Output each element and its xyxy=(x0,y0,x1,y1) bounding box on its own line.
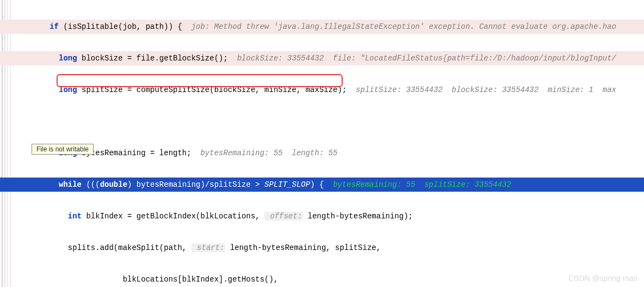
inline-debug-comment: splitSize: 33554432 blockSize: 33554432 … xyxy=(356,86,616,94)
inline-debug-comment: bytesRemaining: 55 splitSize: 33554432 xyxy=(333,180,511,189)
param-hint: offset: xyxy=(264,212,303,221)
keyword-while: while xyxy=(59,180,82,189)
code-line: if (isSplitable(job, path)) { job: Metho… xyxy=(0,20,644,34)
code-editor[interactable]: if (isSplitable(job, path)) { job: Metho… xyxy=(0,0,644,287)
file-not-writable-tooltip: File is not writable xyxy=(32,144,94,155)
keyword-double: double xyxy=(100,180,127,189)
keyword-if: if xyxy=(49,22,59,31)
code-line: int blkIndex = getBlockIndex(blkLocation… xyxy=(0,209,644,223)
code-line: long splitSize = computeSplitSize(blockS… xyxy=(0,83,644,97)
param-hint: start: xyxy=(191,243,226,252)
code-line: blkLocations[blkIndex].getHosts(), xyxy=(0,272,644,286)
code-line-current-execution: while (((double) bytesRemaining)/splitSi… xyxy=(0,178,644,192)
code-line-blank xyxy=(0,114,644,129)
inline-debug-comment: bytesRemaining: 55 length: 55 xyxy=(200,149,337,157)
inline-debug-comment: blockSize: 33554432 file: "LocatedFileSt… xyxy=(237,54,616,63)
csdn-watermark: CSDN @spring man xyxy=(568,274,637,283)
tooltip-text: File is not writable xyxy=(36,145,89,153)
keyword-long: long xyxy=(59,54,77,63)
code-line: long bytesRemaining = length; bytesRemai… xyxy=(0,146,644,160)
code-line: long blockSize = file.getBlockSize(); bl… xyxy=(0,51,644,65)
keyword-long: long xyxy=(59,86,77,94)
keyword-int: int xyxy=(68,212,82,221)
code-line: splits.add(makeSplit(path, start: length… xyxy=(0,241,644,255)
inline-debug-comment: job: Method threw 'java.lang.IllegalStat… xyxy=(191,22,616,31)
constant-split-slop: SPLIT_SLOP xyxy=(264,180,310,189)
